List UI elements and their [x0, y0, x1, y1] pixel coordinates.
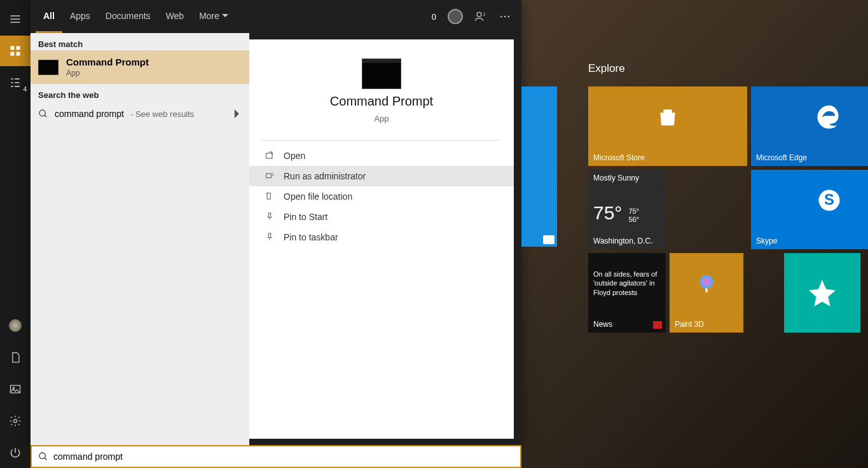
action-run-admin[interactable]: Run as administrator	[249, 166, 514, 186]
pin-icon	[265, 232, 275, 242]
tile-skype[interactable]: S Skype	[751, 170, 868, 249]
svg-rect-2	[11, 52, 15, 56]
explore-header: Explore	[588, 62, 625, 75]
rewards-icon[interactable]	[448, 9, 463, 24]
shield-icon	[265, 171, 275, 181]
tab-web[interactable]: Web	[158, 0, 192, 33]
svg-rect-12	[266, 153, 272, 158]
svg-rect-17	[665, 120, 667, 122]
search-web-header: Search the web	[31, 84, 249, 101]
photo-icon	[543, 235, 555, 244]
svg-point-7	[477, 12, 481, 17]
best-match-title: Command Prompt	[66, 57, 149, 67]
svg-point-6	[14, 420, 17, 423]
tab-all[interactable]: All	[36, 0, 62, 33]
rail-list-icon[interactable]	[0, 67, 31, 98]
tab-more[interactable]: More	[191, 0, 236, 33]
open-icon	[265, 151, 275, 161]
svg-rect-16	[668, 116, 671, 118]
tab-apps[interactable]: Apps	[62, 0, 98, 33]
action-pin-start[interactable]: Pin to Start	[249, 207, 514, 227]
svg-rect-13	[267, 193, 270, 199]
settings-icon[interactable]	[0, 406, 31, 436]
svg-text:S: S	[824, 191, 834, 208]
star-icon	[806, 277, 838, 309]
tile-edge[interactable]: Microsoft Edge	[751, 86, 868, 166]
best-match-sub: App	[66, 69, 149, 78]
action-pin-taskbar[interactable]: Pin to taskbar	[249, 227, 514, 247]
tile-peek[interactable]	[521, 86, 557, 247]
power-icon[interactable]	[0, 437, 31, 468]
tile-grid: Microsoft Store Microsoft Edge Mostly Su…	[588, 86, 868, 333]
action-open[interactable]: Open	[249, 146, 514, 166]
svg-rect-1	[17, 46, 20, 50]
tile-news[interactable]: On all sides, fears of 'outside agitator…	[588, 253, 666, 333]
rewards-score: 0	[432, 12, 436, 22]
svg-rect-0	[11, 46, 15, 50]
best-match-item[interactable]: Command Prompt App	[31, 50, 249, 84]
svg-point-21	[700, 275, 713, 288]
user-avatar[interactable]	[0, 310, 31, 341]
start-rail	[0, 0, 31, 468]
skype-icon: S	[815, 186, 843, 214]
tab-documents[interactable]: Documents	[98, 0, 158, 33]
folder-icon	[265, 191, 275, 202]
search-panel: All Apps Documents Web More 0 Best match…	[31, 0, 521, 445]
preview-thumb-icon	[362, 59, 401, 89]
svg-point-10	[508, 16, 510, 18]
search-icon	[38, 109, 48, 119]
svg-point-14	[39, 453, 45, 458]
ellipsis-icon[interactable]	[499, 10, 511, 23]
best-match-header: Best match	[31, 33, 249, 50]
preview-title: Command Prompt	[330, 94, 433, 109]
news-badge-icon	[653, 321, 662, 329]
pictures-icon[interactable]	[0, 374, 31, 404]
search-input[interactable]	[53, 451, 514, 462]
action-open-location[interactable]: Open file location	[249, 186, 514, 207]
tile-star[interactable]	[784, 253, 860, 333]
preview-column: Command Prompt App Open Run as administr…	[249, 39, 514, 439]
svg-point-11	[39, 110, 45, 116]
svg-rect-18	[668, 120, 671, 122]
preview-kind: App	[374, 114, 389, 123]
edge-icon	[815, 103, 843, 131]
tile-microsoft-store[interactable]: Microsoft Store	[588, 86, 747, 166]
pin-icon	[265, 212, 275, 222]
svg-rect-15	[665, 116, 667, 118]
web-query-sub: - See web results	[130, 109, 194, 119]
divider	[262, 140, 501, 141]
tile-weather[interactable]: Mostly Sunny 75° 75°56° Washington, D.C.	[588, 170, 666, 249]
rail-apps-icon[interactable]	[0, 36, 31, 66]
paint-icon	[695, 272, 718, 295]
web-result-row[interactable]: command prompt - See web results	[31, 101, 249, 127]
svg-point-9	[504, 16, 506, 18]
chevron-right-icon	[233, 109, 242, 118]
web-query-text: command prompt	[55, 109, 124, 119]
results-column: Best match Command Prompt App Search the…	[31, 33, 249, 445]
documents-icon[interactable]	[0, 342, 31, 373]
feedback-icon[interactable]	[474, 10, 487, 23]
store-icon	[655, 104, 680, 130]
search-field[interactable]	[31, 445, 521, 468]
svg-rect-3	[17, 52, 20, 56]
svg-point-8	[500, 16, 502, 18]
tile-paint3d[interactable]: Paint 3D	[670, 253, 743, 333]
hamburger-icon[interactable]	[0, 4, 31, 34]
cmd-thumb-icon	[38, 60, 59, 75]
search-icon	[38, 451, 48, 462]
